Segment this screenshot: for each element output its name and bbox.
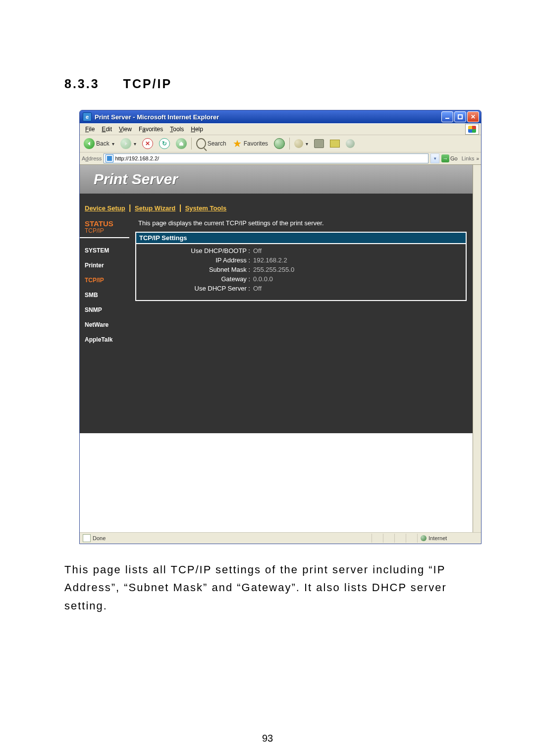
- caret-icon: ▾: [112, 141, 114, 147]
- forward-button[interactable]: ▾: [118, 138, 138, 150]
- refresh-button[interactable]: ↻: [157, 138, 172, 150]
- minimize-button[interactable]: [441, 111, 453, 122]
- menu-file[interactable]: File: [82, 125, 98, 134]
- status-cell: [372, 534, 383, 543]
- mail-button[interactable]: [328, 138, 342, 150]
- close-button[interactable]: ✕: [467, 111, 479, 122]
- section-heading: 8.3.3TCP/IP: [64, 77, 485, 91]
- sidebar-status-sub: TCP/IP: [85, 227, 134, 234]
- sidebar-item-tcpip[interactable]: TCP/IP: [85, 273, 134, 288]
- ie-icon: e: [83, 112, 92, 121]
- settings-list: Use DHCP/BOOTP : Off IP Address : 192.16…: [136, 244, 466, 300]
- search-label: Search: [208, 140, 226, 147]
- status-zone: Internet: [417, 534, 480, 543]
- content-area: Print Server Device Setup | Setup Wizard…: [80, 165, 481, 532]
- setting-value: Off: [250, 285, 262, 292]
- caret-icon: ▾: [134, 141, 136, 147]
- setting-row: Use DHCP Server : Off: [136, 284, 466, 293]
- favorites-label: Favorites: [244, 140, 268, 147]
- go-label: Go: [450, 155, 458, 161]
- history-button[interactable]: [272, 138, 287, 150]
- menu-bar: File Edit View Favorites Tools Help: [80, 123, 481, 135]
- setting-row: IP Address : 192.168.2.2: [136, 255, 466, 265]
- topnav-system-tools[interactable]: System Tools: [185, 204, 227, 212]
- sidebar-item-smb[interactable]: SMB: [85, 288, 134, 302]
- printer-icon: [314, 139, 324, 148]
- topnav-device-setup[interactable]: Device Setup: [85, 204, 125, 212]
- setting-row: Subnet Mask : 255.255.255.0: [136, 265, 466, 274]
- refresh-icon: ↻: [159, 138, 170, 149]
- link-icon: [346, 139, 355, 148]
- title-bar: e Print Server - Microsoft Internet Expl…: [80, 110, 481, 123]
- media-button[interactable]: ▾: [292, 138, 310, 150]
- menu-help[interactable]: Help: [187, 125, 207, 134]
- address-dropdown[interactable]: ▾: [430, 153, 439, 163]
- links-expand-icon[interactable]: »: [476, 156, 479, 161]
- status-cell: [406, 534, 417, 543]
- stop-icon: ✕: [142, 138, 153, 149]
- nav-separator: |: [127, 203, 132, 212]
- blank-area: [80, 433, 473, 532]
- setting-key: IP Address :: [136, 256, 250, 264]
- toolbar-separator: [289, 138, 290, 150]
- media-icon: [294, 139, 303, 148]
- status-page-icon: [83, 534, 91, 542]
- zone-label: Internet: [428, 535, 447, 541]
- home-button[interactable]: [174, 138, 189, 150]
- sidebar-item-printer[interactable]: Printer: [85, 258, 134, 273]
- setting-key: Subnet Mask :: [136, 266, 250, 273]
- menu-view[interactable]: View: [115, 125, 135, 134]
- home-icon: [176, 138, 187, 149]
- sidebar-status-header: STATUS: [85, 219, 134, 228]
- page-number: 93: [0, 733, 535, 744]
- address-label: Address: [82, 155, 102, 161]
- sidebar-item-snmp[interactable]: SNMP: [85, 302, 134, 317]
- section-title: TCP/IP: [123, 77, 172, 91]
- setting-value: 255.255.255.0: [250, 266, 294, 273]
- topnav-setup-wizard[interactable]: Setup Wizard: [135, 204, 175, 212]
- search-icon: [196, 139, 206, 149]
- menu-favorites[interactable]: Favorites: [135, 125, 166, 134]
- setting-value: 0.0.0.0: [250, 275, 273, 283]
- toolbar: Back▾ ▾ ✕ ↻ Search ★ Favorites: [80, 135, 481, 152]
- nav-separator: |: [178, 203, 183, 212]
- links-label[interactable]: Links: [462, 155, 475, 161]
- back-button[interactable]: Back▾: [82, 138, 116, 150]
- maximize-button[interactable]: [454, 111, 466, 122]
- banner-title: Print Server: [94, 171, 178, 188]
- main-panel: This page displays the current TCP/IP se…: [134, 215, 473, 433]
- section-number: 8.3.3: [64, 77, 100, 91]
- setting-key: Gateway :: [136, 275, 250, 283]
- star-icon: ★: [232, 139, 242, 149]
- sidebar-item-netware[interactable]: NetWare: [85, 317, 134, 332]
- print-button[interactable]: [312, 138, 326, 150]
- back-icon: [84, 138, 95, 149]
- setting-row: Use DHCP/BOOTP : Off: [136, 246, 466, 255]
- menu-tools[interactable]: Tools: [166, 125, 187, 134]
- scrollbar[interactable]: [473, 165, 481, 532]
- setting-value: 192.168.2.2: [250, 256, 287, 264]
- menu-edit[interactable]: Edit: [98, 125, 115, 134]
- svg-rect-1: [458, 115, 462, 119]
- back-label: Back: [96, 140, 109, 147]
- sidebar-item-appletalk[interactable]: AppleTalk: [85, 332, 134, 347]
- links-button[interactable]: [344, 138, 357, 150]
- settings-box: TCP/IP Settings Use DHCP/BOOTP : Off IP …: [135, 232, 467, 301]
- favorites-button[interactable]: ★ Favorites: [230, 138, 270, 150]
- stop-button[interactable]: ✕: [140, 138, 155, 150]
- address-url: http://192.168.2.2/: [115, 155, 159, 161]
- search-button[interactable]: Search: [194, 138, 228, 150]
- svg-rect-0: [445, 118, 449, 119]
- go-icon: →: [441, 154, 449, 162]
- mail-icon: [330, 140, 340, 148]
- setting-value: Off: [250, 247, 262, 254]
- caret-icon: ▾: [306, 141, 308, 147]
- sidebar-item-system[interactable]: SYSTEM: [85, 243, 134, 258]
- throbber-icon: [465, 124, 479, 135]
- setting-key: Use DHCP Server :: [136, 285, 250, 292]
- status-cell: [383, 534, 394, 543]
- setting-row: Gateway : 0.0.0.0: [136, 274, 466, 284]
- address-input[interactable]: http://192.168.2.2/: [104, 153, 428, 163]
- go-button[interactable]: →Go: [441, 154, 458, 163]
- toolbar-separator: [191, 138, 192, 150]
